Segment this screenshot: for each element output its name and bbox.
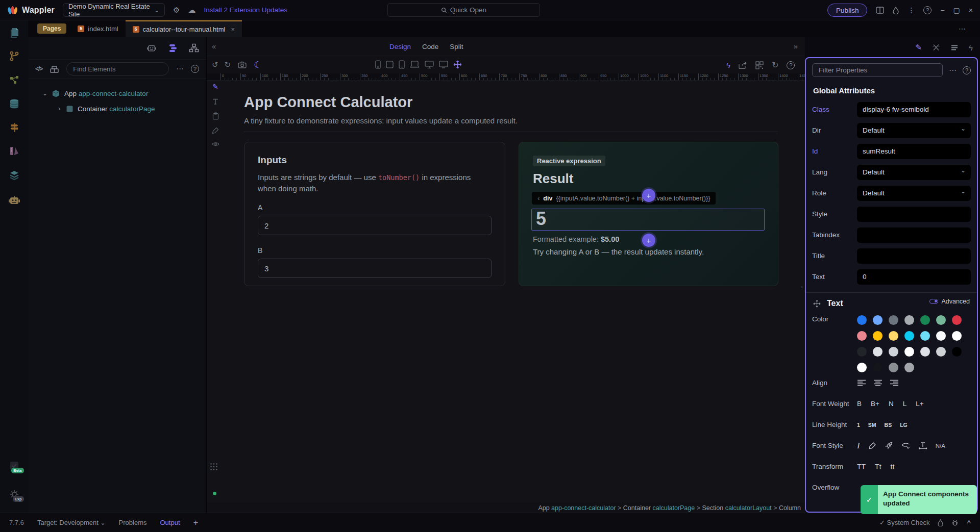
screenshot-camera-icon[interactable] <box>238 61 247 68</box>
qr-preview-icon[interactable] <box>755 61 764 69</box>
cloud-updates-icon[interactable]: ☁ <box>188 6 195 15</box>
style-brush-icon[interactable] <box>212 127 219 134</box>
sidebar-item-workflows[interactable] <box>8 73 20 86</box>
output-tab[interactable]: Output <box>160 519 180 526</box>
color-swatch[interactable] <box>873 331 883 341</box>
color-swatch[interactable] <box>936 315 946 325</box>
color-swatch[interactable] <box>904 363 914 372</box>
breadcrumb-item[interactable]: App app-connect-calculator <box>538 504 623 512</box>
code-view-icon[interactable]: </> <box>35 65 42 72</box>
panel-help-icon[interactable]: ? <box>963 66 971 74</box>
sidebar-item-routes[interactable] <box>8 121 20 134</box>
mode-design[interactable]: Design <box>389 43 411 50</box>
device-phablet-icon[interactable] <box>399 60 405 69</box>
publish-button[interactable]: Publish <box>827 4 867 17</box>
pages-badge[interactable]: Pages <box>37 23 66 34</box>
color-swatch[interactable] <box>857 331 867 341</box>
sidebar-item-assistant[interactable] <box>8 194 21 206</box>
selected-result-element[interactable]: 5 <box>531 209 765 231</box>
color-swatch[interactable] <box>936 331 946 341</box>
attribute-control[interactable]: sumResult <box>857 144 971 159</box>
open-in-browser-icon[interactable] <box>739 61 747 69</box>
design-help-icon[interactable]: ? <box>787 61 795 69</box>
more-options-icon[interactable]: ⋯ <box>176 64 184 73</box>
responsive-resize-icon[interactable] <box>453 60 462 69</box>
add-element-after-button[interactable]: + <box>642 234 655 247</box>
sidebar-item-git[interactable] <box>8 50 20 62</box>
find-elements-input[interactable]: Find Elements <box>66 62 169 75</box>
color-swatch[interactable] <box>873 363 883 372</box>
attribute-control[interactable] <box>857 207 971 222</box>
color-swatch[interactable] <box>904 315 914 325</box>
debug-bug-icon[interactable] <box>951 519 959 526</box>
line-height-option[interactable]: 1 <box>857 422 860 428</box>
refresh-icon[interactable]: ↻ <box>772 60 778 70</box>
font-weight-option[interactable]: N <box>889 400 894 408</box>
color-swatch[interactable] <box>889 347 898 357</box>
transform-option[interactable]: TT <box>857 463 866 471</box>
highlighter-icon[interactable] <box>868 442 876 450</box>
edit-pencil-icon[interactable]: ✎ <box>212 83 218 91</box>
tab-calculator-tour-manual[interactable]: 5 calculator--tour-manual.html × <box>126 20 242 37</box>
clipboard-icon[interactable] <box>212 112 219 120</box>
liquid-icon[interactable] <box>938 519 943 526</box>
dom-tree-icon[interactable] <box>189 43 199 53</box>
tab-close-icon[interactable]: × <box>231 26 235 33</box>
attribute-control[interactable] <box>857 227 971 243</box>
transform-option[interactable]: Tt <box>875 463 881 471</box>
add-element-before-button[interactable]: + <box>642 189 655 202</box>
color-swatch[interactable] <box>904 347 914 357</box>
device-desktop-icon[interactable] <box>425 61 434 69</box>
sidebar-item-beta-tools[interactable]: Beta <box>9 460 20 471</box>
color-swatch[interactable] <box>857 347 867 357</box>
attribute-control[interactable]: 0 <box>857 269 971 285</box>
font-style-na[interactable]: N/A <box>936 443 945 449</box>
breadcrumb-item[interactable]: Container calculatorPage <box>623 504 702 512</box>
system-check[interactable]: ✓ System Check <box>879 519 929 526</box>
mode-split[interactable]: Split <box>450 43 463 50</box>
tree-node-container[interactable]: › Container calculatorPage <box>28 101 206 116</box>
color-swatch[interactable] <box>889 363 898 372</box>
breadcrumb-item[interactable]: Column <box>779 504 801 512</box>
line-height-option[interactable]: LG <box>900 422 908 428</box>
redo-icon[interactable]: ↻ <box>225 60 231 69</box>
rocket-icon[interactable] <box>885 442 893 450</box>
device-phone-icon[interactable] <box>375 60 381 69</box>
unlink-icon[interactable] <box>932 44 940 51</box>
chevron-right-icon[interactable]: › <box>57 105 62 112</box>
align-center-icon[interactable] <box>873 379 883 387</box>
minimize-button[interactable]: − <box>940 6 944 14</box>
visibility-eye-icon[interactable] <box>212 141 219 147</box>
color-swatch[interactable] <box>904 331 914 341</box>
color-swatch[interactable] <box>889 331 898 341</box>
device-tablet-icon[interactable] <box>386 61 394 68</box>
sidebar-item-design[interactable] <box>8 145 20 157</box>
font-weight-option[interactable]: L+ <box>916 400 923 408</box>
close-button[interactable]: × <box>969 6 973 14</box>
extension-updates-link[interactable]: Install 2 Extension Updates <box>204 6 287 14</box>
line-height-option[interactable]: BS <box>885 422 892 428</box>
font-weight-option[interactable]: B <box>857 400 862 408</box>
transform-option[interactable]: tt <box>891 463 895 471</box>
dynamic-data-icon[interactable] <box>168 43 178 53</box>
mode-code[interactable]: Code <box>422 43 438 50</box>
edit-properties-icon[interactable]: ✎ <box>915 43 922 52</box>
device-laptop-icon[interactable] <box>410 61 420 68</box>
tab-index-html[interactable]: 5 index.html <box>70 20 125 37</box>
tab-overflow-icon[interactable]: ⋯ <box>959 24 966 33</box>
input-b-field[interactable]: 3 <box>258 259 492 278</box>
text-width-icon[interactable] <box>918 442 927 449</box>
line-height-option[interactable]: SM <box>868 422 876 428</box>
collapse-panel-icon[interactable]: « <box>212 42 216 50</box>
settings-gear-icon[interactable]: ⚙ <box>173 6 180 15</box>
project-selector[interactable]: Demo Dynamic Real Estate Site ⌄ <box>63 3 165 17</box>
text-tool-icon[interactable] <box>212 98 219 105</box>
expand-panel-icon[interactable]: » <box>794 42 798 50</box>
color-swatch[interactable] <box>952 347 962 357</box>
color-swatch[interactable] <box>952 331 962 341</box>
sidebar-item-pages[interactable] <box>8 27 20 39</box>
structure-help-icon[interactable]: ? <box>191 65 199 73</box>
color-swatch[interactable] <box>936 347 946 357</box>
layout-columns-icon[interactable] <box>876 7 884 14</box>
color-swatch[interactable] <box>920 347 930 357</box>
